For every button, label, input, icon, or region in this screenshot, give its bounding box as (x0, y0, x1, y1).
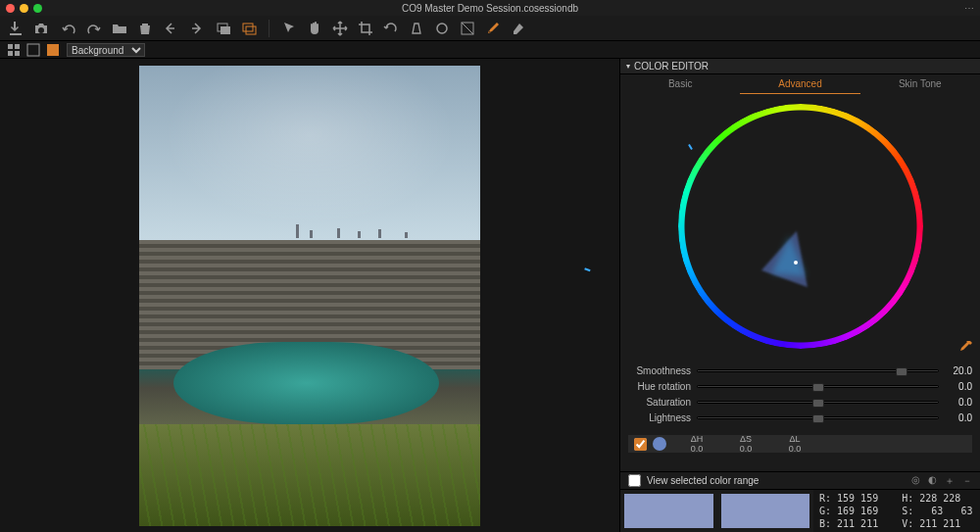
view-grid-icon[interactable] (6, 42, 22, 58)
svg-rect-1 (220, 26, 230, 34)
smoothness-value[interactable]: 20.0 (945, 365, 972, 376)
move-icon[interactable] (332, 21, 348, 36)
lightness-slider[interactable] (697, 416, 939, 419)
color-editor-tabs: Basic Advanced Skin Tone (620, 74, 980, 94)
delta-row: ΔH0.0 ΔS0.0 ΔL0.0 (628, 435, 972, 453)
minimize-window-button[interactable] (20, 4, 28, 13)
layer-select[interactable]: Background (67, 43, 145, 57)
target-icon[interactable]: ◎ (911, 474, 920, 488)
view-range-label: View selected color range (647, 475, 759, 486)
import-icon[interactable] (8, 21, 24, 36)
panel-header[interactable]: ▾ COLOR EDITOR (620, 59, 980, 74)
svg-rect-8 (8, 51, 13, 56)
titlebar-more-icon[interactable]: ⋯ (964, 3, 974, 14)
saturation-label: Saturation (628, 397, 691, 408)
chevron-down-icon: ▾ (626, 62, 630, 71)
redo-icon[interactable] (86, 21, 102, 36)
invert-icon[interactable]: ◐ (928, 474, 937, 488)
view-range-checkbox[interactable] (628, 474, 641, 487)
svg-rect-11 (47, 44, 59, 56)
hand-icon[interactable] (307, 21, 322, 36)
overlay-a-icon[interactable] (216, 21, 231, 36)
eyedropper-icon[interactable] (958, 339, 974, 355)
zoom-window-button[interactable] (33, 4, 42, 13)
window-titlebar: CO9 Master Demo Session.cosessiondb ⋯ (0, 0, 980, 16)
smoothness-label: Smoothness (628, 365, 691, 376)
view-range-row: View selected color range ◎ ◐ ＋ － (620, 471, 980, 489)
delta-s-label: ΔS (721, 434, 770, 444)
view-single-icon[interactable] (25, 42, 41, 58)
svg-rect-7 (15, 44, 20, 49)
capture-icon[interactable] (33, 21, 49, 36)
image-viewer[interactable] (0, 59, 619, 532)
main-toolbar (0, 16, 980, 41)
svg-rect-9 (15, 51, 20, 56)
swatches-row: R:159159 H:228228 G:169169 S: 63 63 B:21… (620, 489, 980, 532)
image-canvas[interactable] (139, 66, 480, 526)
add-icon[interactable]: ＋ (945, 474, 955, 488)
delta-checkbox[interactable] (634, 438, 647, 451)
hue-label: Hue rotation (628, 381, 691, 392)
tab-advanced[interactable]: Advanced (740, 74, 859, 94)
redo-step-icon[interactable] (188, 21, 204, 36)
window-title: CO9 Master Demo Session.cosessiondb (0, 3, 980, 14)
right-panel: ▾ COLOR EDITOR Basic Advanced Skin Tone (619, 59, 980, 532)
tab-basic[interactable]: Basic (620, 74, 740, 94)
delta-h-label: ΔH (672, 434, 721, 444)
folder-icon[interactable] (112, 21, 127, 36)
svg-rect-3 (246, 26, 256, 34)
saturation-value[interactable]: 0.0 (945, 397, 972, 408)
trash-icon[interactable] (137, 21, 153, 36)
color-wheel-area (620, 94, 980, 359)
undo-step-icon[interactable] (163, 21, 178, 36)
brush-icon[interactable] (485, 21, 501, 36)
hue-slider[interactable] (697, 385, 939, 388)
cursor-icon[interactable] (281, 21, 297, 36)
sub-toolbar: Background (0, 41, 980, 59)
sliders-area: Smoothness 20.0 Hue rotation 0.0 Saturat… (620, 359, 980, 429)
rotate-icon[interactable] (383, 21, 399, 36)
close-window-button[interactable] (6, 4, 15, 13)
wheel-range-tick[interactable] (688, 144, 693, 150)
svg-point-4 (437, 24, 447, 33)
saturation-slider[interactable] (697, 401, 939, 404)
delta-l-label: ΔL (770, 434, 819, 444)
panel-title: COLOR EDITOR (634, 61, 709, 72)
before-swatch[interactable] (624, 494, 713, 528)
smoothness-slider[interactable] (697, 369, 939, 372)
hue-value[interactable]: 0.0 (945, 381, 972, 392)
lightness-label: Lightness (628, 412, 691, 423)
svg-rect-10 (27, 44, 39, 56)
keystone-icon[interactable] (409, 21, 424, 36)
svg-rect-6 (8, 44, 13, 49)
crop-icon[interactable] (358, 21, 373, 36)
remove-icon[interactable]: － (962, 474, 972, 488)
color-readout: R:159159 H:228228 G:169169 S: 63 63 B:21… (813, 490, 980, 532)
color-picker-indicator[interactable] (768, 231, 827, 290)
lightness-value[interactable]: 0.0 (945, 412, 972, 423)
spot-icon[interactable] (434, 21, 450, 36)
svg-rect-2 (243, 24, 253, 31)
tab-skintone[interactable]: Skin Tone (860, 74, 980, 94)
view-filled-icon[interactable] (45, 42, 61, 58)
overlay-b-icon[interactable] (241, 21, 257, 36)
delta-swatch[interactable] (653, 437, 666, 451)
undo-icon[interactable] (61, 21, 76, 36)
after-swatch[interactable] (721, 494, 810, 528)
mask-gradient-icon[interactable] (460, 21, 475, 36)
color-wheel[interactable] (678, 104, 923, 349)
eraser-icon[interactable] (511, 21, 526, 36)
